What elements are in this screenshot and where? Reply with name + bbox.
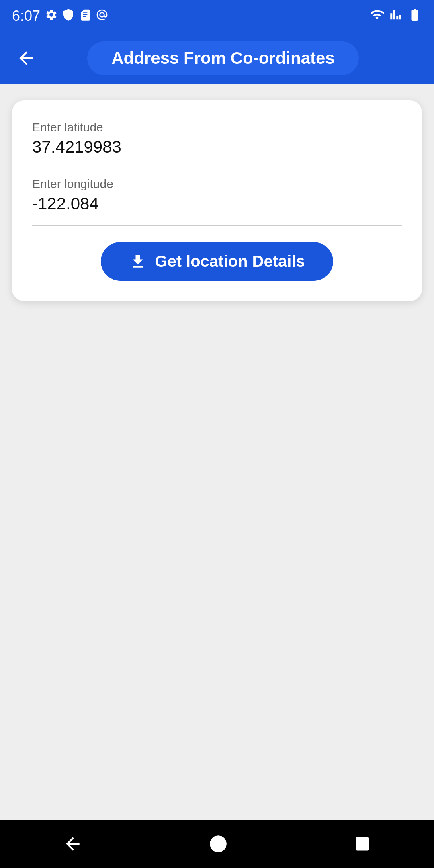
gear-icon — [45, 8, 58, 24]
svg-point-0 — [210, 835, 227, 852]
sim-icon — [79, 8, 92, 24]
main-content: Enter latitude Enter longitude Get locat… — [0, 84, 434, 820]
longitude-group: Enter longitude — [32, 173, 402, 221]
latitude-input[interactable] — [32, 137, 402, 157]
app-title-pill: Address From Co-ordinates — [87, 41, 358, 75]
status-left: 6:07 — [12, 8, 108, 25]
divider-1 — [32, 169, 402, 169]
shield-icon — [62, 8, 75, 24]
app-title-container: Address From Co-ordinates — [48, 41, 422, 75]
nav-home-button[interactable] — [192, 830, 244, 858]
form-card: Enter latitude Enter longitude Get locat… — [12, 100, 422, 301]
at-icon — [96, 8, 108, 24]
svg-rect-1 — [356, 837, 369, 851]
app-title: Address From Co-ordinates — [111, 49, 334, 68]
status-right — [370, 8, 422, 25]
status-bar: 6:07 — [0, 0, 434, 32]
latitude-group: Enter latitude — [32, 117, 402, 165]
status-time: 6:07 — [12, 8, 40, 25]
latitude-label: Enter latitude — [32, 121, 402, 134]
battery-icon — [407, 8, 422, 25]
longitude-label: Enter longitude — [32, 177, 402, 191]
longitude-input[interactable] — [32, 194, 402, 213]
wifi-icon — [370, 8, 384, 25]
download-icon — [129, 253, 147, 270]
nav-recent-button[interactable] — [338, 831, 387, 857]
back-button[interactable] — [12, 44, 40, 72]
signal-icon — [390, 8, 402, 25]
app-bar: Address From Co-ordinates — [0, 32, 434, 84]
divider-2 — [32, 225, 402, 226]
get-location-label: Get location Details — [155, 252, 305, 270]
status-icons — [45, 8, 108, 24]
nav-bar — [0, 820, 434, 868]
button-container: Get location Details — [32, 242, 402, 281]
nav-back-button[interactable] — [47, 830, 99, 858]
get-location-button[interactable]: Get location Details — [101, 242, 333, 281]
